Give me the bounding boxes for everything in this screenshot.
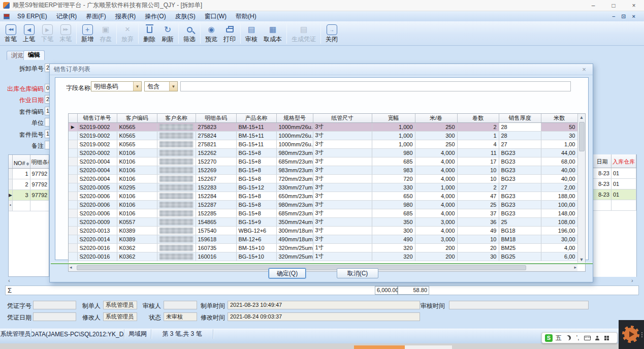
cell[interactable]: 275823: [196, 122, 236, 131]
menu-item[interactable]: 报表(R): [111, 11, 141, 21]
table-row[interactable]: S2020-0013K0389157540WBG-12+6300mm/18um.…: [69, 226, 577, 235]
cell[interactable]: 97792: [30, 189, 49, 200]
cell[interactable]: 28: [499, 122, 541, 131]
cell[interactable]: S2020-0006: [77, 192, 117, 200]
cell[interactable]: BG25: [499, 252, 541, 261]
cell[interactable]: S2019-0002: [77, 122, 117, 131]
cell[interactable]: [157, 235, 196, 243]
new-button[interactable]: +新增: [78, 22, 96, 45]
col-warehouse-header[interactable]: 入库仓库: [611, 154, 636, 168]
cell[interactable]: [157, 122, 196, 131]
cell[interactable]: 1寸: [313, 243, 372, 252]
cell[interactable]: S2020-0004: [77, 166, 117, 174]
cell[interactable]: BG-15+8: [236, 192, 276, 200]
cell[interactable]: 3寸: [313, 148, 372, 157]
cell[interactable]: 152269: [196, 166, 236, 174]
column-header[interactable]: 规格型号: [276, 114, 313, 122]
menu-item[interactable]: 界面(F): [81, 11, 110, 21]
close-button[interactable]: →关闭: [323, 22, 341, 45]
cell[interactable]: 152287: [196, 200, 236, 209]
preview-button[interactable]: ◉预览: [202, 22, 220, 45]
cell[interactable]: 152262: [196, 148, 236, 157]
cell[interactable]: S2019-0002: [77, 131, 117, 140]
cell[interactable]: 650mm/23um...: [276, 192, 313, 200]
cell[interactable]: 3寸: [313, 122, 372, 131]
bg-hscroll-left-arrow[interactable]: ‹: [8, 278, 10, 283]
cell[interactable]: [593, 200, 611, 210]
table-row[interactable]: [593, 200, 636, 210]
taskbar-orange-app[interactable]: [354, 345, 405, 349]
table-row[interactable]: S2020-0002K0106152262BG-15+8980mm/23um..…: [69, 148, 577, 157]
column-header[interactable]: 卷数: [457, 114, 499, 122]
col-date-header[interactable]: 日期: [593, 154, 611, 168]
cell[interactable]: 4,000: [415, 200, 457, 209]
cell[interactable]: 28: [499, 131, 541, 140]
cell[interactable]: S2020-0006: [77, 209, 117, 217]
cell[interactable]: S2020-0004: [77, 157, 117, 166]
cell[interactable]: 17: [457, 157, 499, 166]
cell[interactable]: 152284: [196, 192, 236, 200]
cell[interactable]: 148,00: [541, 209, 577, 217]
cell[interactable]: [157, 183, 196, 192]
cell[interactable]: 1寸: [313, 252, 372, 261]
column-header[interactable]: 销售厚度: [499, 114, 541, 122]
cell[interactable]: S2020-0004: [77, 174, 117, 183]
column-header[interactable]: 产品名称: [236, 114, 276, 122]
cell[interactable]: 1: [457, 131, 499, 140]
soft-keyboard-icon[interactable]: [583, 333, 592, 343]
cell[interactable]: K0106: [117, 192, 157, 200]
cell[interactable]: 980mm/23um...: [276, 200, 313, 209]
cancel-button[interactable]: 取消(C): [337, 268, 378, 278]
table-row[interactable]: S2020-0006K0106152284BG-15+8650mm/23um..…: [69, 192, 577, 200]
cell[interactable]: BM-15+10: [236, 243, 276, 252]
cell[interactable]: [157, 226, 196, 235]
cell[interactable]: BG23: [499, 166, 541, 174]
cell[interactable]: 30: [541, 131, 577, 140]
prev-button[interactable]: ◀上笔: [20, 22, 38, 45]
table-row[interactable]: S2019-0002K0565275824BM-15+111000mm/26u.…: [69, 131, 577, 140]
tab-edit[interactable]: 编辑: [23, 50, 45, 60]
cell[interactable]: [157, 131, 196, 140]
cell[interactable]: K0565: [117, 131, 157, 140]
cell[interactable]: BG-15+8: [236, 148, 276, 157]
cell[interactable]: 27: [499, 183, 541, 192]
cell[interactable]: 300mm/18um...: [276, 226, 313, 235]
scroll-up-icon[interactable]: ▲: [578, 114, 585, 121]
cell[interactable]: 980: [372, 148, 415, 157]
cell[interactable]: [157, 209, 196, 217]
cell[interactable]: 980mm/23um...: [276, 148, 313, 157]
cell[interactable]: 8-23: [593, 168, 611, 178]
cell[interactable]: K0106: [117, 200, 157, 209]
cell[interactable]: 720mm/23um...: [276, 174, 313, 183]
table-row[interactable]: *: [9, 200, 49, 211]
cell[interactable]: 188,00: [541, 192, 577, 200]
cell[interactable]: 330mm/27um...: [276, 183, 313, 192]
cell[interactable]: 275821: [196, 140, 236, 148]
cell[interactable]: 152283: [196, 183, 236, 192]
cell[interactable]: [157, 252, 196, 261]
cell[interactable]: BG23: [499, 192, 541, 200]
cell[interactable]: 47: [457, 192, 499, 200]
column-header[interactable]: 明细条码: [196, 114, 236, 122]
table-row[interactable]: 197792: [9, 168, 49, 179]
cell[interactable]: 685mm/23um...: [276, 157, 313, 166]
cell[interactable]: K0557: [117, 217, 157, 226]
cell[interactable]: BG-15+10: [236, 252, 276, 261]
cell[interactable]: 250: [415, 140, 457, 148]
cell[interactable]: 4,000: [415, 148, 457, 157]
cell[interactable]: 50: [541, 122, 577, 131]
cell[interactable]: 3寸: [313, 226, 372, 235]
fullhalf-moon-icon[interactable]: [563, 333, 573, 343]
cell[interactable]: 4,000: [415, 209, 457, 217]
cell[interactable]: [157, 157, 196, 166]
cell[interactable]: 27: [499, 140, 541, 148]
profile-icon[interactable]: [592, 333, 602, 343]
cell[interactable]: 3寸: [313, 166, 372, 174]
cell[interactable]: 320mm/25um...: [276, 243, 313, 252]
column-header[interactable]: 纸管尺寸: [313, 114, 372, 122]
close-button[interactable]: ×: [624, 0, 644, 11]
punctuation-icon[interactable]: ’,: [573, 333, 583, 343]
cell[interactable]: BM-15+11: [236, 131, 276, 140]
tray-overlay[interactable]: [619, 320, 644, 349]
table-row[interactable]: S2020-0005K0295152283BG-15+12330mm/27um.…: [69, 183, 577, 192]
